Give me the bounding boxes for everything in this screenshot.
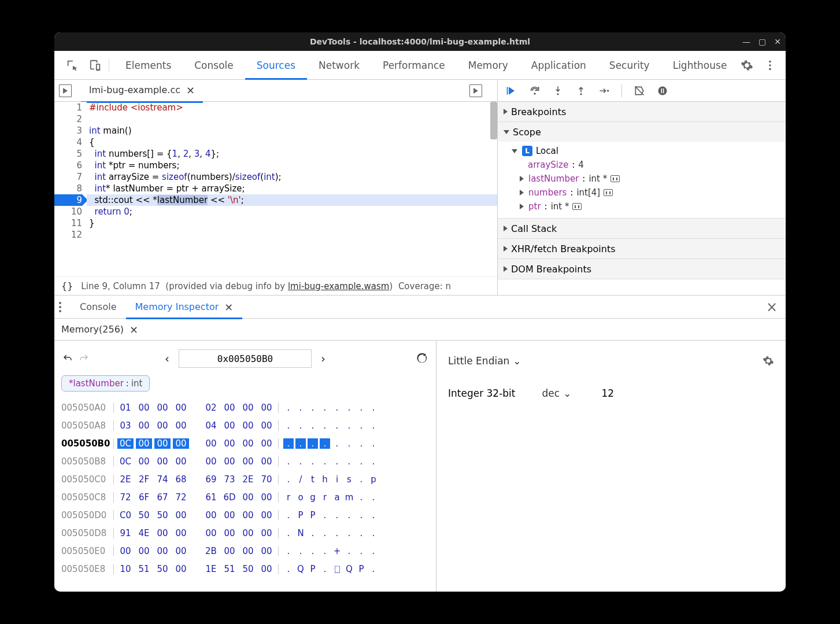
hex-row[interactable]: 005050E8105150001E515000.QP.⎕QP.	[61, 560, 429, 578]
hex-row[interactable]: 005050C8726F6772616D0000rogram..	[61, 488, 429, 506]
svg-rect-9	[661, 88, 663, 93]
step-into-icon[interactable]	[552, 85, 564, 97]
gear-icon[interactable]	[741, 59, 753, 72]
svg-point-1	[769, 64, 771, 67]
close-icon[interactable]: ×	[224, 301, 233, 313]
close-tab-icon[interactable]: ×	[186, 84, 195, 96]
refresh-icon[interactable]	[416, 353, 428, 364]
code-editor[interactable]: 1 2 3 4 5 6 7 8 9 10 11 12 #includ	[54, 102, 497, 276]
scope-var-ptr[interactable]: ptr: int *	[512, 200, 786, 213]
hex-panel: ‹ › *lastNumber: int 005050A001000000020…	[54, 341, 436, 592]
hex-row[interactable]: 005050D0C050500000000000.PP.....	[61, 506, 429, 524]
source-file-tab[interactable]: lmi-bug-example.cc ×	[81, 79, 203, 103]
redo-icon[interactable]	[79, 353, 89, 364]
source-panel: lmi-bug-example.cc × 1 2 3 4 5 6 7 8	[54, 80, 498, 295]
hex-row[interactable]: 005050B80C00000000000000........	[61, 452, 429, 470]
scope-var-arraySize[interactable]: arraySize: 4	[512, 158, 786, 172]
main-toolbar: Elements Console Sources Network Perform…	[54, 51, 786, 80]
close-button[interactable]: ✕	[774, 37, 781, 46]
minimize-button[interactable]: —	[742, 37, 750, 46]
svg-rect-3	[507, 87, 508, 94]
scope-local[interactable]: LLocal	[512, 144, 786, 158]
scope-var-numbers[interactable]: numbers: int[4]	[512, 186, 786, 200]
undo-icon[interactable]	[62, 353, 73, 364]
breakpoint-marker: 9	[54, 194, 82, 206]
drawer-tab-memory-inspector[interactable]: Memory Inspector ×	[126, 295, 243, 319]
scrollbar[interactable]	[490, 102, 497, 139]
svg-rect-10	[663, 88, 664, 93]
svg-point-2	[769, 68, 771, 70]
memory-subtab[interactable]: Memory(256) ×	[59, 318, 140, 341]
address-input[interactable]	[179, 349, 312, 368]
tab-application[interactable]: Application	[520, 51, 598, 79]
debug-panel: Breakpoints Scope LLocal arraySize: 4 la…	[498, 80, 786, 295]
step-icon[interactable]	[598, 85, 610, 97]
wasm-link[interactable]: lmi-bug-example.wasm	[288, 281, 390, 291]
snippet-play-icon[interactable]	[469, 84, 482, 97]
tab-security[interactable]: Security	[598, 51, 661, 79]
deactivate-breakpoints-icon[interactable]	[634, 85, 645, 97]
hex-row[interactable]: 005050D8914E000000000000.N......	[61, 524, 429, 542]
drawer-tab-console[interactable]: Console	[71, 296, 126, 318]
resume-icon[interactable]	[506, 85, 517, 97]
callstack-section[interactable]: Call Stack	[498, 219, 786, 238]
xhr-section[interactable]: XHR/fetch Breakpoints	[498, 239, 786, 259]
debug-toolbar	[498, 80, 786, 102]
hex-row[interactable]: 005050C02E2F746869732E70./this.p	[61, 470, 429, 488]
prev-icon[interactable]: ‹	[165, 352, 169, 365]
pause-exceptions-icon[interactable]	[657, 85, 668, 97]
tab-elements[interactable]: Elements	[114, 51, 183, 79]
gear-icon[interactable]	[763, 355, 774, 367]
gutter[interactable]: 1 2 3 4 5 6 7 8 9 10 11 12	[54, 102, 87, 276]
drawer-kebab-icon[interactable]	[59, 302, 61, 312]
hex-row[interactable]: 005050A00100000002000000........	[61, 398, 429, 416]
maximize-button[interactable]: ▢	[758, 37, 766, 46]
kebab-icon[interactable]	[764, 59, 776, 72]
value-row: Integer 32-bit dec ⌄ 12	[448, 382, 774, 404]
value-panel: Little Endian ⌄ Integer 32-bit dec ⌄ 12	[436, 341, 786, 592]
status-bar: {} Line 9, Column 17 (provided via debug…	[54, 276, 497, 295]
panel-tabs: Elements Console Sources Network Perform…	[114, 51, 741, 79]
tab-memory[interactable]: Memory	[457, 51, 520, 79]
svg-point-8	[658, 86, 667, 95]
svg-point-6	[580, 93, 582, 95]
local-badge-icon: L	[522, 146, 532, 156]
window-title: DevTools - localhost:4000/lmi-bug-exampl…	[310, 37, 530, 46]
breakpoints-section[interactable]: Breakpoints	[498, 102, 786, 121]
pretty-print-icon[interactable]: {}	[61, 280, 73, 291]
scope-var-lastNumber[interactable]: lastNumber: int *	[512, 172, 786, 186]
tab-performance[interactable]: Performance	[371, 51, 457, 79]
endian-select[interactable]: Little Endian ⌄	[448, 355, 521, 367]
memory-icon[interactable]	[604, 189, 613, 196]
step-over-icon[interactable]	[529, 85, 541, 97]
memory-icon[interactable]	[610, 175, 620, 182]
svg-point-5	[557, 93, 558, 95]
memory-icon[interactable]	[572, 203, 582, 210]
dom-section[interactable]: DOM Breakpoints	[498, 259, 786, 279]
hex-row[interactable]: 005050E0000000002B000000....+...	[61, 542, 429, 560]
drawer-close-icon[interactable]: ×	[766, 299, 778, 315]
close-icon[interactable]: ×	[129, 323, 138, 335]
device-icon[interactable]	[89, 59, 102, 72]
svg-point-4	[534, 93, 535, 94]
next-icon[interactable]: ›	[321, 352, 325, 365]
titlebar: DevTools - localhost:4000/lmi-bug-exampl…	[54, 32, 786, 51]
tab-sources[interactable]: Sources	[245, 51, 307, 79]
hex-row[interactable]: 005050A80300000004000000........	[61, 416, 429, 434]
svg-point-0	[769, 60, 771, 62]
highlight-chip[interactable]: *lastNumber: int	[61, 375, 150, 392]
tab-lighthouse[interactable]: Lighthouse	[661, 51, 739, 79]
hex-grid[interactable]: 005050A00100000002000000........005050A8…	[61, 398, 429, 578]
drawer-tabs: Console Memory Inspector × ×	[54, 296, 786, 319]
hex-row[interactable]: 005050B00C00000000000000........	[61, 434, 429, 452]
inspect-icon[interactable]	[66, 59, 79, 72]
tab-network[interactable]: Network	[307, 51, 371, 79]
tab-console[interactable]: Console	[183, 51, 245, 79]
execution-line: std::cout << *lastNumber << '\n';	[87, 194, 497, 206]
debugger-play-icon[interactable]	[59, 84, 72, 97]
decoded-value: 12	[601, 387, 614, 399]
format-select[interactable]: dec ⌄	[542, 387, 572, 399]
svg-point-7	[607, 90, 609, 91]
scope-section[interactable]: Scope	[498, 122, 786, 142]
step-out-icon[interactable]	[575, 85, 587, 97]
